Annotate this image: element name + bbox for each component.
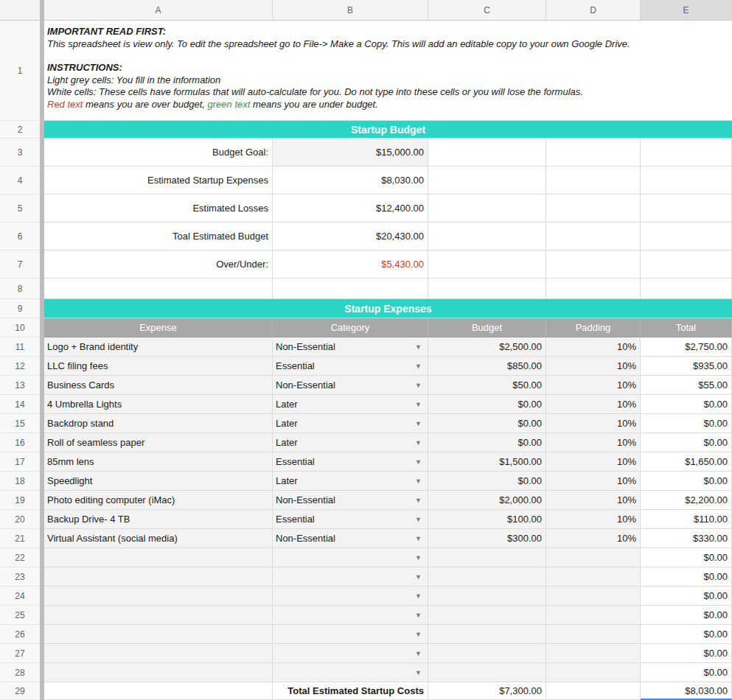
budget-cell[interactable] [428,567,546,587]
chevron-down-icon[interactable]: ▼ [415,669,422,676]
expense-cell[interactable]: Speedlight [44,472,273,491]
budget-goal-value-cell[interactable]: $15,000.00 [273,139,428,167]
empty-cell[interactable] [546,279,641,299]
category-cell[interactable]: Non-Essential▼ [273,529,428,548]
empty-cell[interactable] [428,195,546,223]
expense-cell[interactable] [44,625,273,644]
empty-cell[interactable] [273,279,428,299]
row-header-10[interactable]: 10 [0,318,40,337]
total-estimated-budget-label-cell[interactable]: Toal Estimated Budget [44,223,273,251]
total-cell[interactable]: $2,750.00 [641,337,732,357]
row-header-11[interactable]: 11 [0,337,40,357]
category-cell[interactable]: Essential▼ [273,357,428,376]
chevron-down-icon[interactable]: ▼ [415,458,422,466]
padding-cell[interactable] [546,663,641,682]
total-cell[interactable]: $0.00 [641,606,732,625]
empty-cell[interactable] [546,223,641,251]
over-under-label-cell[interactable]: Over/Under: [44,251,273,279]
total-cell[interactable]: $935.00 [641,357,732,376]
category-column-header[interactable]: Category [273,318,428,337]
empty-cell[interactable] [546,251,641,279]
empty-cell[interactable] [641,279,732,299]
startup-budget-banner[interactable]: Startup Budget [44,121,732,139]
row-header-22[interactable]: 22 [0,548,40,567]
column-header-d[interactable]: D [546,0,641,21]
padding-cell[interactable]: 10% [546,376,641,395]
padding-cell[interactable] [546,606,641,625]
row-header-18[interactable]: 18 [0,472,40,491]
empty-cell[interactable] [428,223,546,251]
budget-cell[interactable]: $100.00 [428,510,546,529]
grand-total-amount-cell[interactable]: $8,030.00 [641,682,732,700]
category-cell[interactable]: Later▼ [273,395,428,414]
padding-cell[interactable]: 10% [546,357,641,376]
expense-cell[interactable] [44,606,273,625]
padding-cell[interactable] [546,625,641,644]
total-cell[interactable]: $110.00 [641,510,732,529]
padding-cell[interactable] [546,587,641,606]
chevron-down-icon[interactable]: ▼ [415,516,422,523]
budget-cell[interactable]: $2,500.00 [428,337,546,357]
row-header-2[interactable]: 2 [0,121,40,139]
budget-cell[interactable] [428,606,546,625]
empty-cell[interactable] [641,251,732,279]
expense-column-header[interactable]: Expense [44,318,273,337]
padding-cell[interactable] [546,567,641,587]
category-cell[interactable]: ▼ [273,587,428,606]
row-header-21[interactable]: 21 [0,529,40,548]
row-header-12[interactable]: 12 [0,357,40,376]
empty-cell[interactable] [428,139,546,167]
budget-cell[interactable]: $850.00 [428,357,546,376]
estimated-expenses-label-cell[interactable]: Estimated Startup Expenses [44,167,273,195]
chevron-down-icon[interactable]: ▼ [415,554,422,561]
column-header-c[interactable]: C [428,0,546,21]
empty-cell[interactable] [641,223,732,251]
total-cell[interactable]: $0.00 [641,414,732,433]
over-under-value-cell[interactable]: $5,430.00 [273,251,428,279]
total-column-header[interactable]: Total [641,318,732,337]
estimated-expenses-value-cell[interactable]: $8,030.00 [273,167,428,195]
select-all-corner[interactable] [0,0,40,21]
padding-cell[interactable]: 10% [546,472,641,491]
expense-cell[interactable]: 85mm lens [44,452,273,472]
estimated-losses-label-cell[interactable]: Estimated Losses [44,195,273,223]
budget-cell[interactable] [428,644,546,663]
column-header-a[interactable]: A [44,0,273,21]
empty-cell[interactable] [44,682,273,700]
row-header-17[interactable]: 17 [0,452,40,472]
category-cell[interactable]: Non-Essential▼ [273,376,428,395]
empty-cell[interactable] [641,195,732,223]
expense-cell[interactable]: 4 Umbrella Lights [44,395,273,414]
empty-cell[interactable] [546,682,641,700]
expense-cell[interactable]: Business Cards [44,376,273,395]
total-cell[interactable]: $0.00 [641,433,732,452]
grand-total-label-cell[interactable]: Total Estimated Startup Costs [273,682,428,700]
budget-cell[interactable]: $300.00 [428,529,546,548]
chevron-down-icon[interactable]: ▼ [415,343,422,351]
total-cell[interactable]: $0.00 [641,663,732,682]
row-header-19[interactable]: 19 [0,491,40,510]
total-cell[interactable]: $0.00 [641,472,732,491]
expense-cell[interactable] [44,587,273,606]
row-header-23[interactable]: 23 [0,567,40,587]
padding-cell[interactable]: 10% [546,395,641,414]
row-header-28[interactable]: 28 [0,663,40,682]
category-cell[interactable]: ▼ [273,548,428,567]
category-cell[interactable]: ▼ [273,567,428,587]
expense-cell[interactable]: LLC filing fees [44,357,273,376]
budget-cell[interactable] [428,548,546,567]
row-header-25[interactable]: 25 [0,606,40,625]
category-cell[interactable]: Essential▼ [273,510,428,529]
row-header-8[interactable]: 8 [0,279,40,299]
expense-cell[interactable]: Photo editing computer (iMac) [44,491,273,510]
row-header-27[interactable]: 27 [0,644,40,663]
empty-cell[interactable] [546,167,641,195]
budget-cell[interactable]: $2,000.00 [428,491,546,510]
expense-cell[interactable]: Backup Drive- 4 TB [44,510,273,529]
estimated-losses-value-cell[interactable]: $12,400.00 [273,195,428,223]
row-header-29[interactable]: 29 [0,682,40,700]
category-cell[interactable]: Later▼ [273,414,428,433]
category-cell[interactable]: Later▼ [273,433,428,452]
total-cell[interactable]: $0.00 [641,395,732,414]
category-cell[interactable]: ▼ [273,606,428,625]
